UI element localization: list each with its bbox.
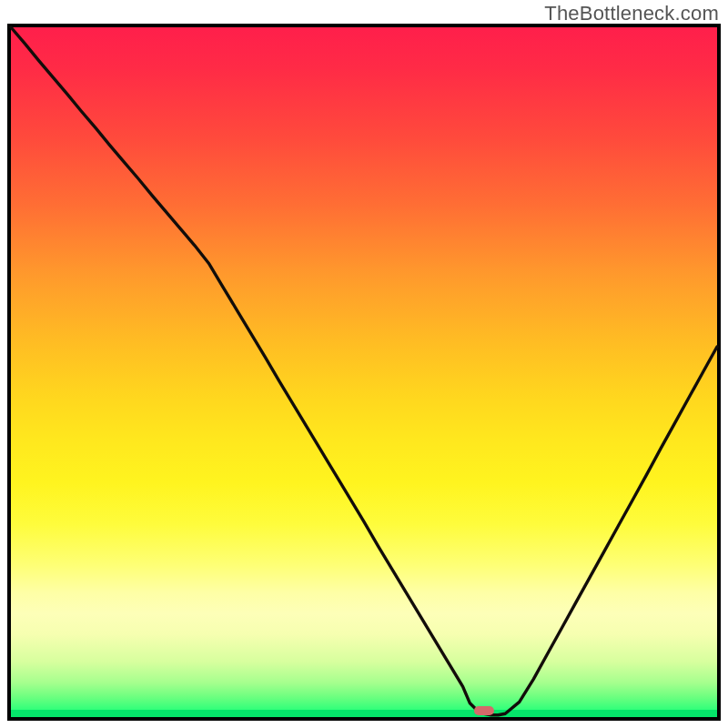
watermark-text: TheBottleneck.com bbox=[544, 2, 719, 25]
plot-area bbox=[7, 24, 721, 721]
minimum-marker bbox=[474, 706, 494, 715]
curve-layer bbox=[11, 27, 717, 717]
bottleneck-curve bbox=[11, 27, 717, 715]
chart-container: TheBottleneck.com bbox=[0, 0, 728, 728]
